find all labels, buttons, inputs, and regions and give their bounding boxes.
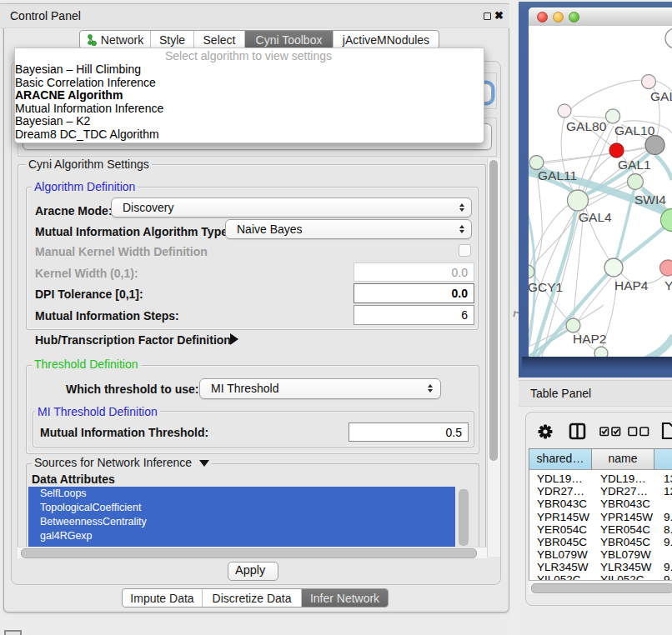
svg-text:GAL4: GAL4 — [579, 210, 612, 224]
svg-text:SWI4: SWI4 — [634, 192, 666, 207]
svg-text:HAP4: HAP4 — [614, 278, 649, 292]
svg-text:GAL1: GAL1 — [618, 158, 651, 172]
svg-text:GAL80: GAL80 — [566, 119, 607, 133]
svg-text:GAL11: GAL11 — [538, 168, 577, 182]
svg-text:YP: YP — [664, 278, 672, 292]
svg-text:GCY1: GCY1 — [529, 280, 563, 294]
svg-text:HAP2: HAP2 — [573, 332, 607, 346]
svg-text:GAL7: GAL7 — [650, 89, 672, 103]
svg-text:GAL10: GAL10 — [614, 123, 655, 138]
